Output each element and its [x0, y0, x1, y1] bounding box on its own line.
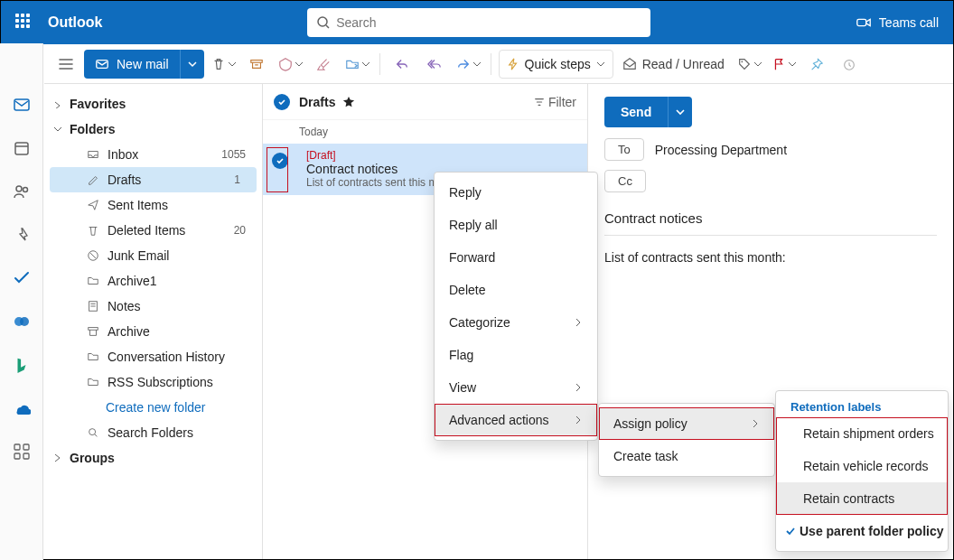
ctx-create-task[interactable]: Create task	[599, 440, 774, 472]
rail-files-icon[interactable]	[11, 224, 33, 246]
search-icon	[84, 426, 102, 439]
report-button[interactable]	[275, 50, 305, 79]
archive-button[interactable]	[242, 50, 271, 79]
teams-call-button[interactable]: Teams call	[856, 14, 939, 31]
nav-groups[interactable]: Groups	[44, 445, 262, 471]
date-separator: Today	[263, 120, 587, 144]
context-menu: Reply Reply all Forward Delete Categoriz…	[434, 172, 598, 441]
sweep-button[interactable]	[309, 50, 338, 79]
folder-icon	[84, 350, 102, 363]
svg-point-5	[20, 317, 29, 326]
delete-button[interactable]	[208, 50, 238, 79]
quick-steps-button[interactable]: Quick steps	[499, 50, 613, 79]
folder-nav: Favorites Folders Inbox1055 Drafts1 Sent…	[44, 84, 263, 559]
to-value[interactable]: Processing Department	[655, 143, 787, 157]
rail-apps-icon[interactable]	[11, 441, 33, 462]
rail-viva-icon[interactable]	[11, 311, 33, 332]
nav-archive1[interactable]: Archive1	[44, 268, 262, 294]
message-preview: List of contracts sent this m	[306, 176, 437, 189]
draft-tag: [Draft]	[306, 149, 437, 162]
snooze-button[interactable]	[835, 50, 864, 79]
app-launcher-icon[interactable]	[15, 14, 33, 32]
nav-notes[interactable]: Notes	[44, 294, 262, 319]
nav-create-folder[interactable]: Create new folder	[44, 395, 262, 420]
hamburger-icon[interactable]	[51, 56, 80, 72]
nav-inbox[interactable]: Inbox1055	[44, 142, 262, 167]
envelope-open-icon	[622, 57, 637, 71]
nav-folders[interactable]: Folders	[44, 117, 262, 142]
nav-conv-history[interactable]: Conversation History	[44, 344, 262, 369]
subject-field[interactable]: Contract notices	[604, 201, 937, 236]
send-button[interactable]: Send	[604, 97, 692, 127]
nav-sent[interactable]: Sent Items	[44, 192, 262, 218]
app-rail	[0, 43, 43, 560]
ctx-reply[interactable]: Reply	[435, 176, 597, 209]
retention-shipment[interactable]: Retain shipment orders	[776, 417, 948, 450]
nav-rss[interactable]: RSS Subscriptions	[44, 369, 262, 395]
rail-people-icon[interactable]	[11, 181, 33, 202]
retention-contracts[interactable]: Retain contracts	[776, 482, 948, 515]
nav-deleted[interactable]: Deleted Items20	[44, 218, 262, 243]
new-mail-button[interactable]: New mail	[84, 50, 204, 79]
svg-point-14	[741, 61, 743, 62]
trash-icon	[84, 224, 102, 237]
mail-icon	[95, 57, 109, 71]
rail-mail-icon[interactable]	[11, 94, 33, 116]
rail-calendar-icon[interactable]	[11, 137, 33, 159]
read-unread-button[interactable]: Read / Unread	[617, 57, 730, 71]
submenu-retention: Retention labels Retain shipment orders …	[775, 390, 949, 552]
svg-rect-0	[14, 99, 29, 110]
ctx-categorize[interactable]: Categorize	[435, 306, 597, 339]
submenu-advanced: Assign policy Create task	[598, 403, 775, 477]
tag-button[interactable]	[734, 50, 764, 79]
ctx-reply-all[interactable]: Reply all	[435, 209, 597, 241]
cc-button[interactable]: Cc	[604, 170, 646, 192]
ctx-forward[interactable]: Forward	[435, 241, 597, 274]
inbox-icon	[84, 148, 102, 161]
ctx-delete[interactable]: Delete	[435, 274, 597, 306]
ctx-advanced-actions[interactable]: Advanced actions	[435, 404, 597, 436]
nav-archive[interactable]: Archive	[44, 319, 262, 344]
filter-button[interactable]: Filter	[534, 95, 576, 109]
to-button[interactable]: To	[604, 138, 644, 161]
move-button[interactable]	[341, 50, 372, 79]
folder-icon	[84, 275, 102, 287]
ctx-view[interactable]: View	[435, 371, 597, 404]
rail-bing-icon[interactable]	[11, 354, 33, 376]
nav-junk[interactable]: Junk Email	[44, 243, 262, 268]
send-chevron[interactable]	[668, 97, 692, 127]
archive-icon	[84, 325, 102, 338]
svg-point-10	[318, 17, 327, 26]
svg-rect-8	[14, 453, 20, 459]
svg-rect-11	[857, 19, 866, 25]
rail-onedrive-icon[interactable]	[11, 397, 33, 419]
ctx-flag[interactable]: Flag	[435, 339, 597, 371]
retention-parent-policy[interactable]: Use parent folder policy	[776, 515, 948, 547]
search-input-wrapper[interactable]	[307, 8, 650, 37]
drafts-icon	[84, 173, 102, 186]
video-icon	[856, 14, 872, 31]
nav-favorites[interactable]: Favorites	[44, 91, 262, 117]
flag-button[interactable]	[768, 50, 799, 79]
quick-steps-label: Quick steps	[525, 57, 591, 71]
favorite-star-icon[interactable]	[342, 96, 355, 108]
forward-button[interactable]	[453, 50, 483, 79]
retention-header: Retention labels	[776, 395, 948, 417]
svg-point-19	[89, 429, 96, 435]
search-input[interactable]	[336, 15, 641, 30]
new-mail-chevron[interactable]	[180, 50, 204, 79]
svg-rect-18	[89, 328, 98, 331]
junk-icon	[84, 249, 102, 262]
nav-search-folders[interactable]: Search Folders	[44, 420, 262, 445]
rail-todo-icon[interactable]	[11, 267, 33, 289]
ctx-assign-policy[interactable]: Assign policy	[599, 407, 774, 440]
pin-button[interactable]	[802, 50, 831, 79]
retention-vehicle[interactable]: Retain vehicle records	[776, 450, 948, 482]
nav-drafts[interactable]: Drafts1	[50, 167, 257, 192]
reply-all-button[interactable]	[420, 50, 449, 79]
message-checkbox[interactable]	[272, 153, 288, 169]
sent-icon	[84, 199, 102, 211]
select-all-toggle[interactable]	[274, 94, 290, 110]
reply-button[interactable]	[388, 50, 416, 79]
compose-body[interactable]: List of contracts sent this month:	[604, 250, 937, 265]
